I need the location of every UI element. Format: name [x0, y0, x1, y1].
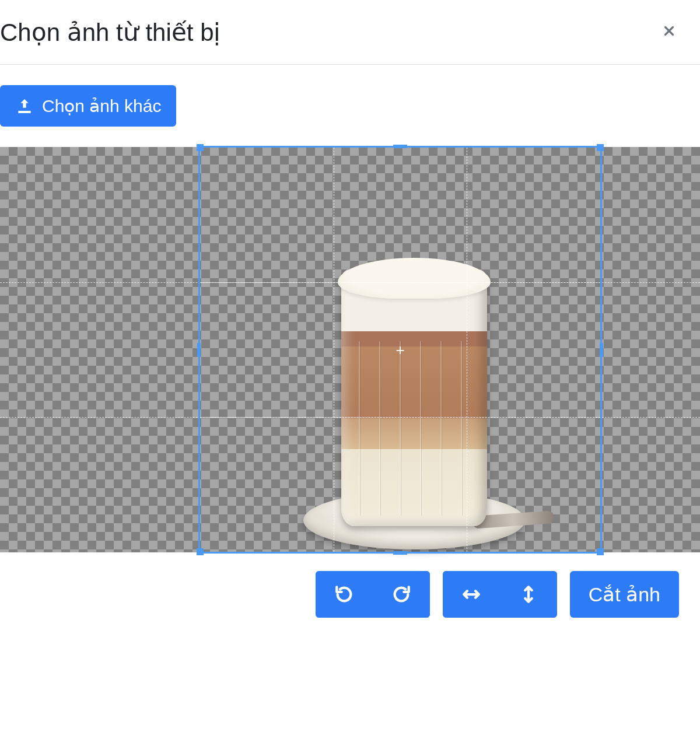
choose-another-button[interactable]: Chọn ảnh khác [0, 85, 176, 127]
crop-handle-n[interactable] [393, 145, 407, 148]
flip-horizontal-icon [461, 584, 481, 604]
crop-guide [467, 148, 467, 552]
flip-horizontal-button[interactable] [443, 571, 500, 618]
crop-center-icon: + [396, 342, 404, 358]
rotate-ccw-icon [334, 584, 354, 604]
crop-guide [200, 417, 600, 418]
crop-toolbar: Cắt ảnh [0, 552, 700, 618]
crop-button[interactable]: Cắt ảnh [570, 571, 679, 618]
rotate-cw-button[interactable] [373, 571, 430, 618]
flip-vertical-button[interactable] [500, 571, 557, 618]
choose-another-label: Chọn ảnh khác [42, 96, 161, 116]
dialog-body: Chọn ảnh khác + [0, 65, 700, 618]
crop-button-label: Cắt ảnh [589, 583, 660, 605]
crop-handle-se[interactable] [597, 548, 604, 555]
crop-handle-s[interactable] [393, 551, 407, 555]
crop-handle-nw[interactable] [197, 144, 204, 151]
close-button[interactable] [650, 17, 688, 47]
crop-handle-sw[interactable] [197, 548, 204, 555]
flip-group [443, 571, 557, 618]
crop-handle-ne[interactable] [597, 144, 604, 151]
rotate-ccw-button[interactable] [316, 571, 373, 618]
flip-vertical-icon [519, 584, 538, 604]
crop-guide [200, 282, 600, 283]
crop-canvas[interactable]: + [0, 147, 700, 552]
crop-handle-e[interactable] [600, 343, 603, 357]
close-icon [662, 23, 677, 38]
crop-guide [334, 148, 334, 552]
rotate-cw-icon [391, 584, 411, 604]
dialog-header: Chọn ảnh từ thiết bị [0, 0, 700, 65]
crop-handle-w[interactable] [197, 343, 201, 357]
dialog-title: Chọn ảnh từ thiết bị [0, 18, 221, 47]
upload-icon [15, 97, 34, 115]
rotate-group [316, 571, 430, 618]
crop-selection[interactable]: + [198, 146, 602, 554]
